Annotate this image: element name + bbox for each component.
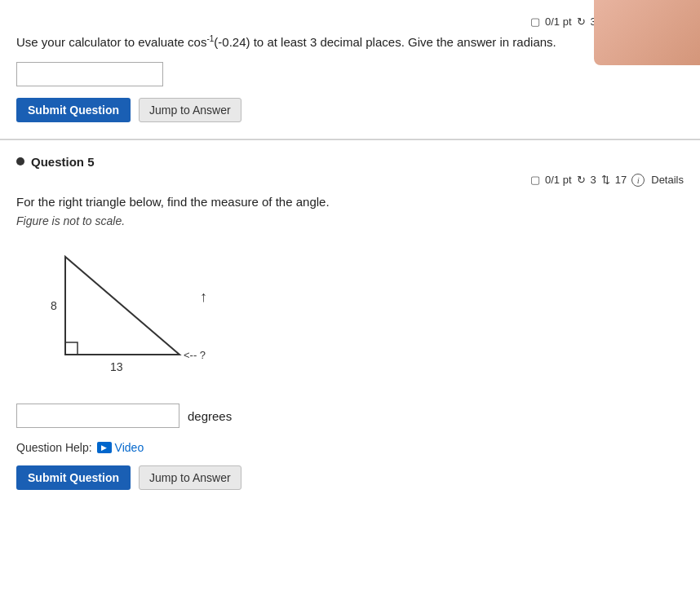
triangle-svg: 8 13 <-- ? ↑ [41, 240, 253, 387]
question5-label: Question 5 [31, 155, 95, 169]
q5-version-icon: ⇅ [601, 174, 610, 186]
question5-subtext: Figure is not to scale. [16, 214, 684, 227]
svg-text:↑: ↑ [200, 289, 207, 305]
question4-button-row: Submit Question Jump to Answer [16, 98, 684, 122]
question5-answer-input[interactable] [16, 404, 179, 428]
question4-jump-button[interactable]: Jump to Answer [139, 98, 241, 122]
question4-submit-button[interactable]: Submit Question [16, 98, 131, 122]
svg-text:13: 13 [110, 360, 123, 373]
degrees-label: degrees [188, 409, 232, 423]
decorative-image [594, 0, 700, 65]
svg-text:<-- ?: <-- ? [184, 349, 206, 361]
video-label: Video [115, 441, 144, 454]
question-help-row: Question Help: ▶ Video [16, 441, 684, 454]
q5-score-box-icon: ▢ [530, 174, 540, 186]
question5-details-link[interactable]: Details [651, 174, 684, 186]
score-box-icon: ▢ [530, 15, 540, 28]
question4-score: 0/1 pt [545, 15, 572, 28]
question5-score: 0/1 pt [545, 174, 572, 186]
question5-section: Question 5 ▢ 0/1 pt ↻ 3 ⇅ 17 i Details F… [0, 140, 700, 507]
degrees-row: degrees [16, 404, 684, 428]
video-link[interactable]: ▶ Video [97, 441, 144, 454]
question4-answer-input[interactable] [16, 62, 163, 86]
question5-dot [16, 157, 24, 165]
question4-section: ▢ 0/1 pt ↻ 3 ⇅ 17 i Details Use your cal… [0, 0, 700, 139]
question5-button-row: Submit Question Jump to Answer [16, 465, 684, 490]
help-label: Question Help: [16, 441, 92, 454]
q5-tries-icon: ↻ [577, 174, 586, 186]
question5-score-info: ▢ 0/1 pt ↻ 3 ⇅ 17 i Details [530, 174, 684, 187]
page-container: ▢ 0/1 pt ↻ 3 ⇅ 17 i Details Use your cal… [0, 0, 700, 591]
question4-header-row: ▢ 0/1 pt ↻ 3 ⇅ 17 i Details [16, 15, 684, 28]
question5-version: 17 [615, 174, 627, 186]
video-icon: ▶ [97, 442, 112, 453]
question4-text: Use your calculator to evaluate cos-1(-0… [16, 33, 571, 52]
question5-text: For the right triangle below, find the m… [16, 193, 506, 212]
question5-header-row: ▢ 0/1 pt ↻ 3 ⇅ 17 i Details [16, 174, 684, 187]
triangle-figure: 8 13 <-- ? ↑ [41, 240, 253, 387]
q5-details-info-icon: i [631, 174, 645, 187]
question5-jump-button[interactable]: Jump to Answer [139, 465, 241, 490]
question5-submit-button[interactable]: Submit Question [16, 465, 131, 490]
svg-text:8: 8 [51, 299, 57, 312]
question5-label-row: Question 5 [16, 155, 684, 169]
tries-icon: ↻ [577, 15, 586, 28]
svg-marker-0 [65, 257, 179, 355]
question5-tries: 3 [591, 174, 596, 186]
